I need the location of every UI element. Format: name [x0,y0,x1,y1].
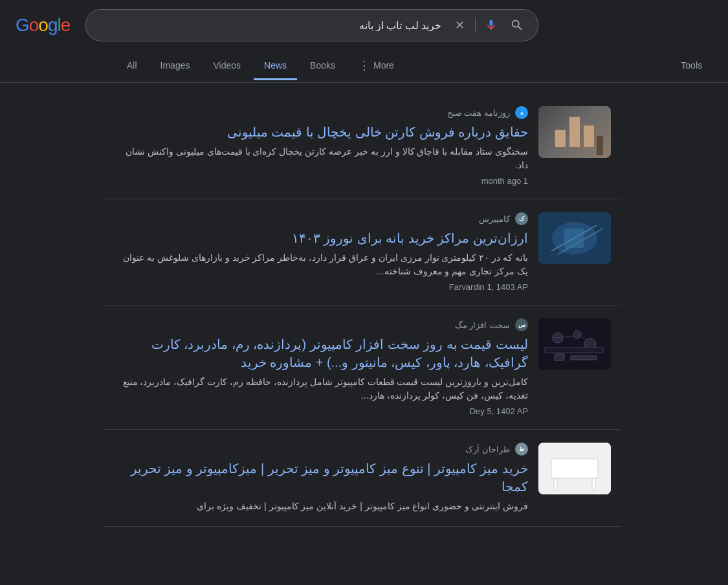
logo-g2: g [48,15,58,36]
tab-images-label: Images [160,60,190,71]
svg-rect-12 [555,354,564,360]
tab-all-label: All [127,60,137,71]
svg-rect-15 [551,459,598,478]
tab-videos[interactable]: Videos [203,52,251,80]
nav-tabs: All Images Videos News Books ⋮ More Tool… [0,50,728,83]
logo-g: G [16,15,29,36]
tab-news[interactable]: News [254,52,297,80]
svg-rect-5 [538,318,611,370]
thumb-box-1 [583,125,595,148]
favicon-text-2: ک [519,215,524,222]
news-time-1: 1 month ago [114,176,528,186]
news-card-3: س سخت افزار مگ لیست قیمت به روز سخت افزا… [104,305,621,430]
search-icon [510,18,524,32]
thumb-image-3 [538,318,611,370]
news-content-2: ک کامپیرس ارزان‌ترین مراکز خرید بانه برا… [114,212,528,292]
svg-point-7 [573,331,581,338]
news-title-2[interactable]: ارزان‌ترین مراکز خرید بانه برای نوروز ۱۴… [114,229,528,247]
news-content-1: ه روزنامه هفت صبح حقایق درباره فروش کارت… [114,106,528,186]
favicon-text-3: س [518,322,525,328]
source-favicon-2: ک [515,212,528,225]
favicon-text-4: ط [519,446,524,452]
hardware-svg [538,318,611,370]
news-source-4: ط طراحان آرک [114,443,528,456]
logo-e: e [61,15,71,36]
thumb-box-2 [569,116,580,148]
source-favicon-1: ه [515,106,528,119]
news-content-3: س سخت افزار مگ لیست قیمت به روز سخت افزا… [114,318,528,416]
thumb-boxes [555,116,595,148]
news-snippet-2: بانه که در ۲۰ کیلومتری نوار مرزی ایران و… [114,251,528,278]
thumb-image-4 [538,443,611,494]
desk-svg [538,443,611,494]
google-logo[interactable]: Google [16,15,70,36]
tab-books-label: Books [310,60,335,71]
thumb-box-3 [555,129,566,148]
search-bar[interactable]: ✕ [85,9,538,41]
close-icon: ✕ [455,18,465,32]
search-button[interactable] [507,15,527,36]
clear-button[interactable]: ✕ [449,15,470,36]
news-snippet-3: کامل‌ترین و باروزترین لیست قیمت قطعات کا… [114,375,528,403]
microphone-icon [485,19,498,32]
header: Google ✕ [0,0,728,50]
tab-all[interactable]: All [116,52,148,80]
source-name-2: کامپیرس [479,214,510,224]
news-time-2: Farvardin 1, 1403 AP [114,282,528,292]
thumb-image-1 [538,106,611,158]
svg-rect-16 [554,478,557,490]
news-source-3: س سخت افزار مگ [114,318,528,331]
news-card-1: ه روزنامه هفت صبح حقایق درباره فروش کارت… [104,93,621,199]
thumb-image-2 [538,212,611,264]
favicon-text-1: ه [520,109,524,116]
results-container: ه روزنامه هفت صبح حقایق درباره فروش کارت… [0,83,621,537]
search-icons: ✕ [449,15,527,36]
svg-rect-4 [564,228,584,248]
source-name-1: روزنامه هفت صبح [447,108,510,118]
news-title-3[interactable]: لیست قیمت به روز سخت افزار کامپیوتر (پرد… [114,335,528,371]
news-card-2: ک کامپیرس ارزان‌ترین مراکز خرید بانه برا… [104,199,621,305]
news-title-4[interactable]: خرید میز کامپیوتر | تنوع میز کامپیوتر و … [114,459,528,496]
svg-rect-17 [592,478,595,490]
news-snippet-4: فروش اینترنتی و حضوری انواع میز کامپیوتر… [114,500,528,513]
source-name-4: طراحان آرک [465,445,510,454]
mall-svg [538,212,611,264]
svg-rect-9 [545,348,603,353]
news-thumb-2 [538,212,611,264]
source-favicon-4: ط [515,443,528,456]
tab-more[interactable]: ⋮ More [348,50,404,82]
person-silhouette [597,136,603,155]
tab-news-label: News [264,60,287,71]
tab-videos-label: Videos [213,60,241,71]
news-source-1: ه روزنامه هفت صبح [114,106,528,119]
divider [475,17,476,33]
tab-tools-label: Tools [681,60,702,71]
tab-books[interactable]: Books [300,52,346,80]
news-thumb-4 [538,443,611,494]
tab-more-label: More [373,60,394,71]
search-input[interactable] [96,19,441,31]
logo-o1: o [29,15,39,36]
more-dots-icon: ⋮ [358,58,371,72]
source-name-3: سخت افزار مگ [455,320,510,330]
news-card-4: ط طراحان آرک خرید میز کامپیوتر | تنوع می… [104,430,621,527]
tab-images[interactable]: Images [150,52,201,80]
logo-o2: o [38,15,48,36]
source-favicon-3: س [515,318,528,331]
svg-rect-13 [571,356,597,360]
news-title-1[interactable]: حقایق درباره فروش کارتن خالی یخچال با قی… [114,123,528,141]
news-time-3: Dey 5, 1402 AP [114,406,528,416]
news-snippet-1: سخنگوی ستاد مقابله با قاچاق کالا و ارز ب… [114,145,528,172]
news-thumb-1 [538,106,611,158]
news-source-2: ک کامپیرس [114,212,528,225]
tab-tools[interactable]: Tools [670,52,712,80]
news-content-4: ط طراحان آرک خرید میز کامپیوتر | تنوع می… [114,443,528,513]
news-thumb-3 [538,318,611,370]
voice-search-button[interactable] [481,15,502,36]
